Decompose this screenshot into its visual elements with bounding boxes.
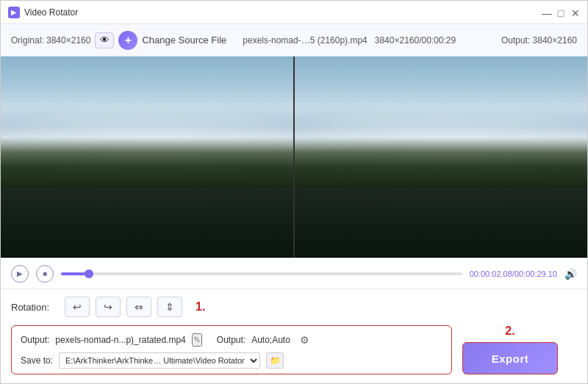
output-label1: Output: (21, 335, 49, 345)
video-preview-area (1, 57, 587, 258)
time-total: 00:00:29.10 (514, 269, 557, 278)
change-source-button[interactable]: Change Source File (142, 35, 226, 46)
rotation-row: Rotation: ↩ ↪ ⇔ ⇕ 1. (11, 297, 577, 317)
output-filename: pexels-nomad-n...p)_ratated.mp4 (55, 335, 185, 345)
rotate-right-button[interactable]: ↪ (96, 297, 121, 317)
output-settings-button[interactable]: ⚙ (296, 331, 314, 349)
rotate-left-button[interactable]: ↩ (65, 297, 90, 317)
eye-icon: 👁 (100, 35, 110, 46)
export-button[interactable]: Export (462, 342, 558, 374)
original-label: Original: 3840×2160 (11, 35, 90, 46)
flip-horizontal-icon: ⇔ (135, 301, 143, 313)
saveto-label: Save to: (21, 355, 53, 366)
stop-icon: ■ (43, 269, 47, 278)
add-file-button[interactable]: + (118, 31, 137, 50)
toolbar: Original: 3840×2160 👁 + Change Source Fi… (1, 24, 587, 57)
eye-button[interactable]: 👁 (95, 32, 114, 48)
output-format-value: Auto;Auto (251, 335, 290, 345)
rotation-label: Rotation: (11, 302, 59, 313)
title-bar: ▶ Video Rotator — □ ✕ (1, 1, 587, 24)
original-video-frame (1, 57, 293, 258)
window-controls: — □ ✕ (542, 8, 580, 17)
output-section: Output: pexels-nomad-n...p)_ratated.mp4 … (11, 325, 452, 374)
save-path-select[interactable]: E:\ArkThinker\ArkThinke… Ultimate\Video … (59, 352, 260, 369)
main-window: ▶ Video Rotator — □ ✕ Original: 3840×216… (0, 0, 588, 384)
close-button[interactable]: ✕ (571, 8, 580, 17)
flip-vertical-icon: ⇕ (165, 301, 174, 313)
file-details: 3840×2160/00:00:29 (375, 35, 456, 46)
flip-horizontal-button[interactable]: ⇔ (126, 297, 151, 317)
file-info: pexels-nomad-…5 (2160p).mp4 3840×2160/00… (243, 35, 456, 46)
time-display: 00:00:02.08/00:00:29.10 (470, 269, 557, 278)
output-filename-row: Output: pexels-nomad-n...p)_ratated.mp4 … (21, 331, 442, 349)
edit-filename-button[interactable]: ✎ (192, 333, 202, 347)
gear-icon: ⚙ (300, 334, 309, 346)
step2-label: 2. (505, 325, 514, 338)
file-name: pexels-nomad-…5 (2160p).mp4 (243, 35, 367, 46)
output-info: Output: 3840×2160 (501, 35, 577, 46)
progress-track[interactable] (61, 272, 462, 275)
original-video-panel (1, 57, 293, 258)
play-button[interactable]: ▶ (11, 265, 29, 283)
progress-thumb[interactable] (85, 269, 93, 278)
bottom-dark-overlay-2 (295, 187, 587, 258)
folder-icon: 📁 (270, 355, 281, 366)
volume-button[interactable]: 🔊 (564, 268, 577, 280)
rotate-right-icon: ↪ (104, 301, 112, 313)
flip-vertical-button[interactable]: ⇕ (157, 297, 182, 317)
step1-label: 1. (196, 300, 205, 314)
bottom-row: Output: pexels-nomad-n...p)_ratated.mp4 … (11, 325, 577, 374)
forest-overlay (1, 137, 293, 188)
volume-icon: 🔊 (564, 268, 577, 280)
maximize-button[interactable]: □ (556, 8, 565, 17)
toolbar-left: Original: 3840×2160 👁 + Change Source Fi… (11, 31, 226, 50)
stop-button[interactable]: ■ (36, 265, 54, 283)
title-bar-left: ▶ Video Rotator (8, 7, 78, 18)
bottom-dark-overlay (1, 187, 293, 258)
export-section: 2. Export (462, 325, 558, 374)
rotate-left-icon: ↩ (73, 301, 82, 313)
output-label2: Output: (217, 335, 245, 345)
play-icon: ▶ (17, 269, 23, 278)
app-title: Video Rotator (24, 7, 78, 18)
output-video-panel (293, 57, 587, 258)
edit-icon: ✎ (193, 335, 201, 345)
plus-icon: + (125, 35, 132, 46)
controls-panel: Rotation: ↩ ↪ ⇔ ⇕ 1. Output: pexels-noma… (1, 289, 587, 383)
browse-folder-button[interactable]: 📁 (266, 352, 284, 369)
save-path-row: Save to: E:\ArkThinker\ArkThinke… Ultima… (21, 352, 442, 369)
forest-overlay-2 (295, 137, 587, 188)
playback-bar: ▶ ■ 00:00:02.08/00:00:29.10 🔊 (1, 258, 587, 289)
time-current: 00:00:02.08 (470, 269, 512, 278)
minimize-button[interactable]: — (542, 8, 551, 17)
app-icon: ▶ (8, 7, 20, 18)
output-video-frame (295, 57, 587, 258)
